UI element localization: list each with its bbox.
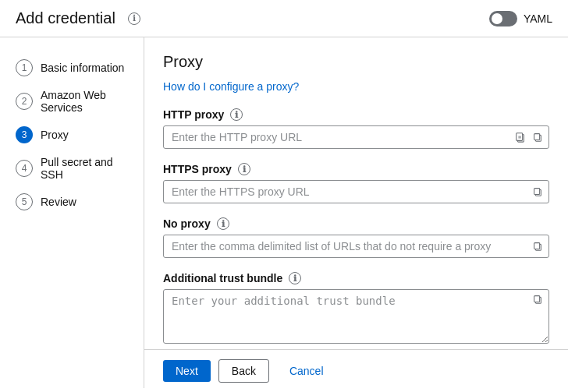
sidebar: 1 Basic information 2 Amazon Web Service…: [0, 37, 144, 388]
no-proxy-input[interactable]: [163, 235, 549, 258]
copy-icon: [532, 132, 543, 143]
svg-rect-11: [534, 296, 540, 302]
https-proxy-copy-button[interactable]: [532, 186, 543, 197]
toggle-label: YAML: [524, 12, 552, 25]
trust-bundle-input-wrapper: [163, 289, 549, 344]
sidebar-item-label-4: Pull secret and SSH: [41, 156, 128, 181]
trust-bundle-label: Additional trust bundle ℹ: [163, 272, 549, 284]
trust-bundle-info-icon[interactable]: ℹ: [289, 272, 301, 284]
https-proxy-field-group: HTTPS proxy ℹ: [163, 163, 549, 203]
trust-bundle-textarea[interactable]: [163, 289, 549, 344]
page-title: Add credential: [16, 9, 115, 27]
no-proxy-info-icon[interactable]: ℹ: [217, 217, 229, 230]
step-5-number: 5: [16, 193, 33, 210]
sidebar-item-aws[interactable]: 2 Amazon Web Services: [0, 83, 144, 120]
header-info-icon[interactable]: ℹ: [128, 12, 140, 25]
paste-icon: [515, 132, 526, 143]
https-proxy-info-icon[interactable]: ℹ: [238, 163, 250, 175]
http-proxy-field-group: HTTP proxy ℹ: [163, 108, 549, 149]
toggle-thumb: [492, 13, 502, 24]
back-button[interactable]: Back: [218, 359, 269, 383]
step-4-number: 4: [16, 160, 33, 177]
sidebar-item-label-1: Basic information: [41, 62, 124, 74]
trust-bundle-copy-button[interactable]: [532, 294, 543, 305]
http-proxy-input[interactable]: [163, 125, 549, 149]
page-header: Add credential ℹ YAML: [0, 0, 568, 37]
copy-icon: [532, 186, 543, 197]
help-link[interactable]: How do I configure a proxy?: [163, 80, 299, 93]
main-layout: 1 Basic information 2 Amazon Web Service…: [0, 37, 568, 388]
step-1-number: 1: [16, 59, 33, 76]
footer: Next Back Cancel: [144, 349, 568, 392]
http-proxy-label: HTTP proxy ℹ: [163, 108, 549, 121]
next-button[interactable]: Next: [163, 360, 211, 382]
sidebar-item-label-5: Review: [41, 196, 76, 208]
copy-icon: [532, 294, 543, 305]
sidebar-item-label-2: Amazon Web Services: [41, 89, 128, 114]
yaml-toggle[interactable]: [489, 11, 517, 26]
http-proxy-input-wrapper: [163, 125, 549, 149]
no-proxy-copy-button[interactable]: [532, 241, 543, 252]
no-proxy-label: No proxy ℹ: [163, 217, 549, 230]
toggle-track: [489, 11, 517, 26]
http-proxy-paste-button[interactable]: [515, 132, 526, 143]
sidebar-item-proxy[interactable]: 3 Proxy: [0, 120, 144, 150]
sidebar-item-review[interactable]: 5 Review: [0, 187, 144, 217]
content-area: Proxy How do I configure a proxy? HTTP p…: [144, 37, 568, 388]
sidebar-item-basic-information[interactable]: 1 Basic information: [0, 53, 144, 83]
http-proxy-copy-button[interactable]: [532, 132, 543, 143]
svg-rect-9: [534, 243, 540, 249]
sidebar-item-label-3: Proxy: [41, 129, 69, 141]
cancel-button[interactable]: Cancel: [277, 360, 336, 382]
yaml-toggle-container: YAML: [489, 11, 552, 26]
svg-rect-5: [534, 134, 540, 140]
step-3-number: 3: [16, 126, 33, 143]
svg-rect-7: [534, 189, 540, 195]
no-proxy-input-wrapper: [163, 235, 549, 258]
step-2-number: 2: [16, 93, 33, 110]
https-proxy-input-wrapper: [163, 180, 549, 203]
https-proxy-input[interactable]: [163, 180, 549, 203]
https-proxy-label: HTTPS proxy ℹ: [163, 163, 549, 175]
http-proxy-info-icon[interactable]: ℹ: [230, 108, 243, 121]
section-title: Proxy: [163, 53, 549, 71]
copy-icon: [532, 241, 543, 252]
no-proxy-field-group: No proxy ℹ: [163, 217, 549, 258]
trust-bundle-field-group: Additional trust bundle ℹ: [163, 272, 549, 344]
sidebar-item-pull-secret[interactable]: 4 Pull secret and SSH: [0, 150, 144, 187]
